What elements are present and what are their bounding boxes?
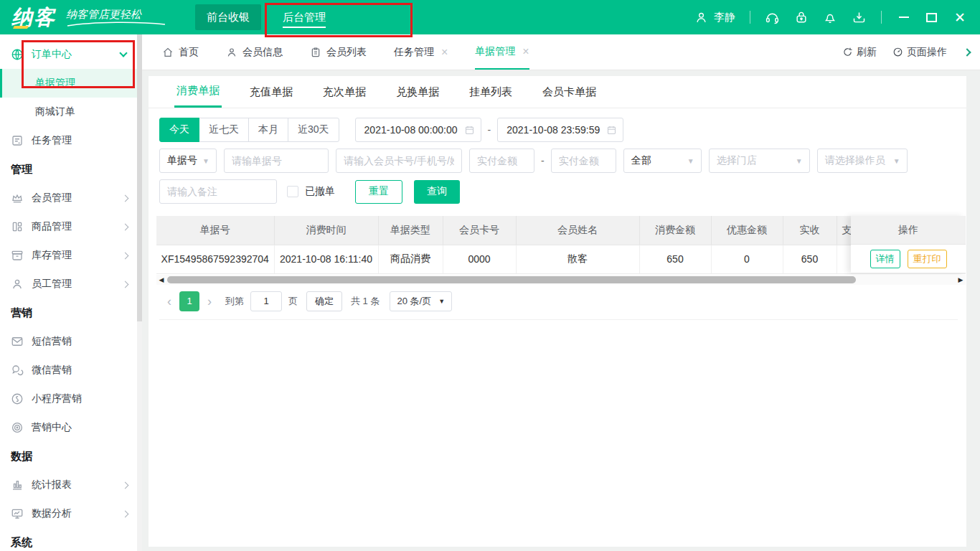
sidebar-item-miniprogram-marketing[interactable]: 小程序营销: [0, 385, 142, 413]
header-nav: 前台收银 后台管理: [195, 4, 337, 30]
search-button[interactable]: 查询: [414, 180, 460, 204]
revoked-checkbox[interactable]: [287, 186, 298, 197]
subtab-times-bills[interactable]: 充次单据: [321, 76, 368, 108]
sidebar-item-order-center[interactable]: 订单中心: [0, 40, 142, 69]
sidebar-item-bill-manage[interactable]: 单据管理: [0, 69, 142, 98]
cell-card-no: 0000: [443, 245, 516, 273]
window-maximize-icon[interactable]: [926, 13, 937, 22]
sidebar-scrollbar[interactable]: [137, 34, 142, 551]
sidebar-item-data-analysis[interactable]: 数据分析: [0, 499, 142, 528]
crown-icon: [11, 192, 24, 204]
miniprogram-icon: [11, 392, 24, 405]
col-consume-time: 消费时间: [274, 216, 378, 245]
cell-received: 650: [783, 245, 837, 273]
close-icon[interactable]: ×: [522, 45, 529, 58]
brand-logo: 纳客: [11, 7, 56, 28]
bill-no-input[interactable]: [224, 149, 329, 173]
sidebar-item-member-manage[interactable]: 会员管理: [0, 184, 142, 212]
sidebar-item-task-manage[interactable]: 任务管理: [0, 126, 142, 155]
col-consume-amount: 消费金额: [639, 216, 711, 245]
subtab-pending-list[interactable]: 挂单列表: [467, 76, 514, 108]
sidebar-item-marketing-center[interactable]: 营销中心: [0, 413, 142, 442]
page-size-select[interactable]: 20 条/页 ▼: [390, 291, 452, 311]
nav-tab-front-cashier[interactable]: 前台收银: [195, 4, 261, 30]
close-icon[interactable]: ×: [441, 46, 448, 59]
download-icon[interactable]: [852, 10, 867, 25]
sidebar-item-goods-manage[interactable]: 商品管理: [0, 212, 142, 241]
quick-range-month-button[interactable]: 本月: [248, 118, 288, 142]
calendar-icon: [606, 125, 617, 136]
quick-range-7days-button[interactable]: 近七天: [199, 118, 249, 142]
sidebar-item-wechat-marketing[interactable]: 微信营销: [0, 356, 142, 385]
support-headset-icon[interactable]: [765, 10, 780, 25]
wechat-icon: [11, 364, 24, 377]
detail-button[interactable]: 详情: [870, 250, 900, 268]
date-from-input[interactable]: 2021-10-08 00:00:00: [355, 118, 481, 142]
tab-member-list[interactable]: 会员列表: [310, 34, 367, 70]
subtab-recharge-bills[interactable]: 充值单据: [248, 76, 295, 108]
sidebar-section-manage: 管理: [0, 155, 142, 184]
scroll-left-arrow-icon[interactable]: ◀: [156, 275, 166, 285]
store-select[interactable]: 选择门店 ▼: [709, 149, 810, 173]
scrollbar-thumb[interactable]: [167, 276, 856, 283]
amount-min-input[interactable]: [469, 149, 534, 173]
bill-table: 单据号 消费时间 单据类型 会员卡号 会员姓名 消费金额 优惠金额 实收 支 X…: [156, 216, 966, 274]
operator-select[interactable]: 请选择操作员 ▼: [817, 149, 908, 173]
page-operations-button[interactable]: 页面操作: [892, 46, 947, 59]
reprint-button[interactable]: 重打印: [908, 250, 947, 268]
subtab-consume-bills[interactable]: 消费单据: [174, 76, 222, 108]
user-account[interactable]: 李静: [694, 11, 735, 24]
date-to-input[interactable]: 2021-10-08 23:59:59: [497, 118, 623, 142]
sidebar-item-statistic-report[interactable]: 统计报表: [0, 471, 142, 499]
reset-button[interactable]: 重置: [355, 180, 402, 204]
tab-task-manage[interactable]: 任务管理 ×: [394, 34, 448, 70]
notification-bell-icon[interactable]: [823, 10, 837, 24]
sidebar-item-staff-manage[interactable]: 员工管理: [0, 270, 142, 298]
lock-icon[interactable]: [794, 10, 809, 24]
col-bill-type: 单据类型: [378, 216, 443, 245]
cell-bill-no: XF15495867592392704: [156, 245, 274, 273]
col-bill-no: 单据号: [156, 216, 274, 245]
person-icon: [11, 278, 24, 291]
quick-range-30days-button[interactable]: 近30天: [288, 118, 339, 142]
cell-member-name: 散客: [516, 245, 639, 273]
bill-type-select[interactable]: 单据号 ▼: [159, 149, 217, 173]
refresh-button[interactable]: 刷新: [842, 46, 877, 59]
sidebar-scrollbar-thumb[interactable]: [137, 34, 142, 321]
member-search-input[interactable]: [336, 149, 462, 173]
quick-range-today-button[interactable]: 今天: [159, 118, 199, 142]
remark-input[interactable]: [159, 179, 277, 204]
scroll-right-arrow-icon[interactable]: ▶: [956, 275, 966, 285]
cell-bill-type: 商品消费: [378, 245, 443, 273]
table-horizontal-scrollbar[interactable]: ◀ ▶: [156, 275, 966, 285]
col-member-name: 会员姓名: [516, 216, 639, 245]
app-window: 纳客 纳客管店更轻松 前台收银 后台管理 李静: [0, 0, 980, 551]
tab-home[interactable]: 首页: [162, 34, 199, 70]
tab-member-info[interactable]: 会员信息: [226, 34, 283, 70]
pager-prev-icon[interactable]: ‹: [167, 295, 171, 308]
amount-max-input[interactable]: [551, 149, 616, 173]
chevron-right-icon[interactable]: [963, 48, 971, 56]
window-close-icon[interactable]: ✕: [954, 11, 966, 24]
tab-bill-manage[interactable]: 单据管理 ×: [475, 34, 529, 70]
goto-page-input[interactable]: [250, 291, 282, 311]
sidebar-item-inventory-manage[interactable]: 库存管理: [0, 241, 142, 270]
nav-tab-backend-manage[interactable]: 后台管理: [271, 4, 337, 30]
pager-next-icon[interactable]: ›: [207, 295, 212, 308]
goto-confirm-button[interactable]: 确定: [306, 291, 342, 311]
amount-separator: -: [541, 155, 545, 166]
window-minimize-icon[interactable]: [899, 17, 909, 18]
gauge-icon: [892, 47, 903, 57]
status-select[interactable]: 全部 ▼: [623, 149, 702, 173]
pager-page-1[interactable]: 1: [179, 291, 199, 311]
window-controls: ✕: [899, 11, 966, 24]
sidebar-item-mall-orders[interactable]: 商城订单: [0, 98, 142, 126]
chevron-right-icon: [122, 281, 129, 288]
subtab-member-card-bills[interactable]: 会员卡单据: [540, 76, 598, 108]
sidebar-item-sms-marketing[interactable]: 短信营销: [0, 327, 142, 356]
table-row[interactable]: XF15495867592392704 2021-10-08 16:11:40 …: [156, 245, 966, 273]
subtab-exchange-bills[interactable]: 兑换单据: [394, 76, 441, 108]
sidebar-section-data: 数据: [0, 442, 142, 471]
page-unit-label: 页: [288, 295, 298, 308]
user-icon: [694, 11, 708, 24]
